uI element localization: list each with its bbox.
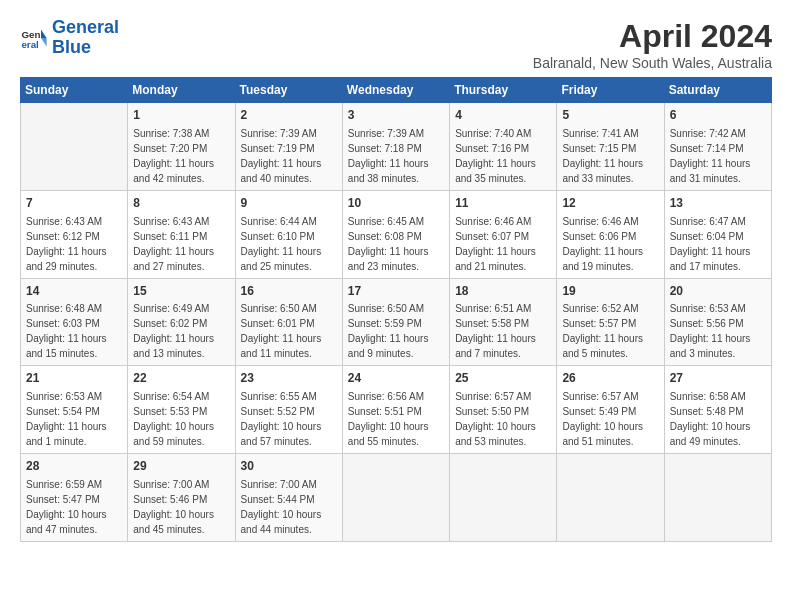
day-number: 12 [562, 195, 658, 212]
cell-2-6: 20Sunrise: 6:53 AMSunset: 5:56 PMDayligh… [664, 278, 771, 366]
cell-3-4: 25Sunrise: 6:57 AMSunset: 5:50 PMDayligh… [450, 366, 557, 454]
cell-0-4: 4Sunrise: 7:40 AMSunset: 7:16 PMDaylight… [450, 103, 557, 191]
day-number: 11 [455, 195, 551, 212]
day-info: Sunrise: 6:52 AMSunset: 5:57 PMDaylight:… [562, 301, 658, 361]
week-row-4: 28Sunrise: 6:59 AMSunset: 5:47 PMDayligh… [21, 454, 772, 542]
day-number: 27 [670, 370, 766, 387]
day-info: Sunrise: 6:49 AMSunset: 6:02 PMDaylight:… [133, 301, 229, 361]
logo: Gen eral General Blue [20, 18, 119, 58]
cell-3-3: 24Sunrise: 6:56 AMSunset: 5:51 PMDayligh… [342, 366, 449, 454]
day-info: Sunrise: 6:54 AMSunset: 5:53 PMDaylight:… [133, 389, 229, 449]
cell-0-5: 5Sunrise: 7:41 AMSunset: 7:15 PMDaylight… [557, 103, 664, 191]
day-number: 16 [241, 283, 337, 300]
page-container: Gen eral General Blue April 2024 Balrana… [0, 0, 792, 552]
cell-4-0: 28Sunrise: 6:59 AMSunset: 5:47 PMDayligh… [21, 454, 128, 542]
cell-4-2: 30Sunrise: 7:00 AMSunset: 5:44 PMDayligh… [235, 454, 342, 542]
day-number: 13 [670, 195, 766, 212]
cell-2-5: 19Sunrise: 6:52 AMSunset: 5:57 PMDayligh… [557, 278, 664, 366]
day-number: 20 [670, 283, 766, 300]
svg-marker-3 [41, 38, 47, 46]
day-info: Sunrise: 7:00 AMSunset: 5:44 PMDaylight:… [241, 477, 337, 537]
cell-3-1: 22Sunrise: 6:54 AMSunset: 5:53 PMDayligh… [128, 366, 235, 454]
cell-2-4: 18Sunrise: 6:51 AMSunset: 5:58 PMDayligh… [450, 278, 557, 366]
day-info: Sunrise: 7:42 AMSunset: 7:14 PMDaylight:… [670, 126, 766, 186]
day-info: Sunrise: 6:57 AMSunset: 5:49 PMDaylight:… [562, 389, 658, 449]
cell-4-4 [450, 454, 557, 542]
col-friday: Friday [557, 78, 664, 103]
day-info: Sunrise: 6:43 AMSunset: 6:11 PMDaylight:… [133, 214, 229, 274]
day-info: Sunrise: 6:53 AMSunset: 5:56 PMDaylight:… [670, 301, 766, 361]
day-number: 5 [562, 107, 658, 124]
day-number: 14 [26, 283, 122, 300]
cell-2-2: 16Sunrise: 6:50 AMSunset: 6:01 PMDayligh… [235, 278, 342, 366]
cell-3-6: 27Sunrise: 6:58 AMSunset: 5:48 PMDayligh… [664, 366, 771, 454]
day-info: Sunrise: 6:48 AMSunset: 6:03 PMDaylight:… [26, 301, 122, 361]
day-info: Sunrise: 6:50 AMSunset: 5:59 PMDaylight:… [348, 301, 444, 361]
cell-1-3: 10Sunrise: 6:45 AMSunset: 6:08 PMDayligh… [342, 190, 449, 278]
day-info: Sunrise: 6:46 AMSunset: 6:06 PMDaylight:… [562, 214, 658, 274]
day-number: 2 [241, 107, 337, 124]
cell-4-3 [342, 454, 449, 542]
day-number: 21 [26, 370, 122, 387]
day-number: 19 [562, 283, 658, 300]
day-number: 29 [133, 458, 229, 475]
day-info: Sunrise: 6:59 AMSunset: 5:47 PMDaylight:… [26, 477, 122, 537]
cell-0-0 [21, 103, 128, 191]
col-saturday: Saturday [664, 78, 771, 103]
svg-marker-2 [41, 29, 47, 37]
cell-0-6: 6Sunrise: 7:42 AMSunset: 7:14 PMDaylight… [664, 103, 771, 191]
cell-4-6 [664, 454, 771, 542]
day-number: 23 [241, 370, 337, 387]
cell-1-6: 13Sunrise: 6:47 AMSunset: 6:04 PMDayligh… [664, 190, 771, 278]
day-info: Sunrise: 7:41 AMSunset: 7:15 PMDaylight:… [562, 126, 658, 186]
day-number: 30 [241, 458, 337, 475]
day-number: 17 [348, 283, 444, 300]
day-number: 28 [26, 458, 122, 475]
day-info: Sunrise: 6:50 AMSunset: 6:01 PMDaylight:… [241, 301, 337, 361]
day-number: 8 [133, 195, 229, 212]
day-number: 25 [455, 370, 551, 387]
month-title: April 2024 [533, 18, 772, 55]
day-number: 1 [133, 107, 229, 124]
cell-1-4: 11Sunrise: 6:46 AMSunset: 6:07 PMDayligh… [450, 190, 557, 278]
cell-3-2: 23Sunrise: 6:55 AMSunset: 5:52 PMDayligh… [235, 366, 342, 454]
day-info: Sunrise: 7:40 AMSunset: 7:16 PMDaylight:… [455, 126, 551, 186]
day-number: 7 [26, 195, 122, 212]
cell-2-1: 15Sunrise: 6:49 AMSunset: 6:02 PMDayligh… [128, 278, 235, 366]
day-number: 9 [241, 195, 337, 212]
svg-text:eral: eral [21, 39, 39, 50]
title-block: April 2024 Balranald, New South Wales, A… [533, 18, 772, 71]
cell-3-5: 26Sunrise: 6:57 AMSunset: 5:49 PMDayligh… [557, 366, 664, 454]
day-info: Sunrise: 6:53 AMSunset: 5:54 PMDaylight:… [26, 389, 122, 449]
logo-text-line1: General [52, 18, 119, 38]
cell-1-1: 8Sunrise: 6:43 AMSunset: 6:11 PMDaylight… [128, 190, 235, 278]
logo-text-line2: Blue [52, 38, 119, 58]
week-row-3: 21Sunrise: 6:53 AMSunset: 5:54 PMDayligh… [21, 366, 772, 454]
day-info: Sunrise: 6:43 AMSunset: 6:12 PMDaylight:… [26, 214, 122, 274]
day-number: 26 [562, 370, 658, 387]
day-info: Sunrise: 7:39 AMSunset: 7:19 PMDaylight:… [241, 126, 337, 186]
day-number: 3 [348, 107, 444, 124]
week-row-2: 14Sunrise: 6:48 AMSunset: 6:03 PMDayligh… [21, 278, 772, 366]
cell-4-1: 29Sunrise: 7:00 AMSunset: 5:46 PMDayligh… [128, 454, 235, 542]
day-info: Sunrise: 6:57 AMSunset: 5:50 PMDaylight:… [455, 389, 551, 449]
week-row-1: 7Sunrise: 6:43 AMSunset: 6:12 PMDaylight… [21, 190, 772, 278]
col-thursday: Thursday [450, 78, 557, 103]
cell-0-3: 3Sunrise: 7:39 AMSunset: 7:18 PMDaylight… [342, 103, 449, 191]
day-info: Sunrise: 6:46 AMSunset: 6:07 PMDaylight:… [455, 214, 551, 274]
day-number: 10 [348, 195, 444, 212]
day-number: 24 [348, 370, 444, 387]
day-number: 18 [455, 283, 551, 300]
col-monday: Monday [128, 78, 235, 103]
day-info: Sunrise: 6:58 AMSunset: 5:48 PMDaylight:… [670, 389, 766, 449]
day-info: Sunrise: 6:45 AMSunset: 6:08 PMDaylight:… [348, 214, 444, 274]
cell-3-0: 21Sunrise: 6:53 AMSunset: 5:54 PMDayligh… [21, 366, 128, 454]
header-row: Sunday Monday Tuesday Wednesday Thursday… [21, 78, 772, 103]
cell-0-2: 2Sunrise: 7:39 AMSunset: 7:19 PMDaylight… [235, 103, 342, 191]
day-info: Sunrise: 6:51 AMSunset: 5:58 PMDaylight:… [455, 301, 551, 361]
col-tuesday: Tuesday [235, 78, 342, 103]
cell-1-2: 9Sunrise: 6:44 AMSunset: 6:10 PMDaylight… [235, 190, 342, 278]
cell-0-1: 1Sunrise: 7:38 AMSunset: 7:20 PMDaylight… [128, 103, 235, 191]
col-sunday: Sunday [21, 78, 128, 103]
day-info: Sunrise: 7:39 AMSunset: 7:18 PMDaylight:… [348, 126, 444, 186]
